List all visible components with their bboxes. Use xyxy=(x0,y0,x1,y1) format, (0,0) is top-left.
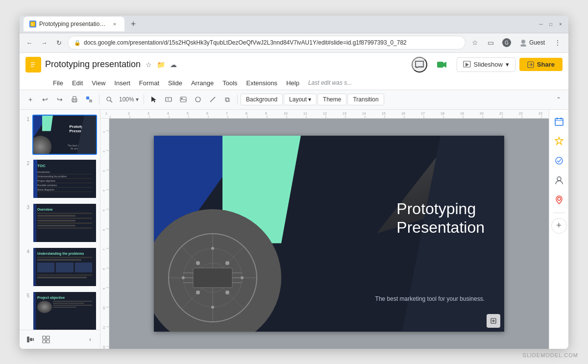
browser-toolbar-icons: ☆ ▭ G Guest ⋮ xyxy=(468,36,564,49)
svg-rect-34 xyxy=(43,340,46,343)
svg-point-124 xyxy=(225,261,229,265)
svg-rect-33 xyxy=(47,336,49,339)
menu-arrange[interactable]: Arrange xyxy=(187,77,218,89)
bookmark-icon[interactable]: ☆ xyxy=(468,36,482,49)
tab-close-button[interactable]: × xyxy=(111,20,119,28)
contacts-sidebar-icon[interactable] xyxy=(551,172,567,188)
minimize-button[interactable]: ─ xyxy=(537,20,545,28)
menu-extensions[interactable]: Extensions xyxy=(243,77,282,89)
menu-slide[interactable]: Slide xyxy=(164,77,186,89)
menu-help[interactable]: Help xyxy=(282,77,303,89)
slide-item-2[interactable]: 2 TOC Introduction Understanding the pro… xyxy=(22,158,98,200)
svg-text:16: 16 xyxy=(401,112,405,115)
tasks-sidebar-icon[interactable] xyxy=(551,153,567,169)
undo-button[interactable]: ↩ xyxy=(38,93,52,106)
browser-window: S Prototyping presentation - Goog × + ─ … xyxy=(20,16,568,349)
image-button[interactable] xyxy=(176,93,190,106)
url-bar[interactable]: 🔒 docs.google.com/presentation/d/15s2HQs… xyxy=(68,36,466,49)
svg-text:5: 5 xyxy=(187,112,189,115)
reader-icon[interactable]: ▭ xyxy=(484,36,498,49)
svg-rect-8 xyxy=(31,64,35,65)
grid-view-button[interactable] xyxy=(39,333,53,346)
zoom-button[interactable] xyxy=(102,93,116,106)
slide-item-1[interactable]: 1 PrototypingPresentation The best marke… xyxy=(22,114,98,156)
star-sidebar-icon[interactable] xyxy=(551,133,567,149)
slide-item-5[interactable]: 5 Project objective xyxy=(22,290,98,330)
transition-button[interactable]: Transition xyxy=(347,94,384,105)
svg-rect-30 xyxy=(30,338,32,341)
slide-add-button[interactable] xyxy=(487,314,500,328)
more-options-icon[interactable]: ⋮ xyxy=(551,36,564,49)
slide-thumbnail-2[interactable]: TOC Introduction Understanding the probl… xyxy=(32,159,97,199)
guest-button[interactable]: Guest xyxy=(515,38,549,48)
filmstrip-view-button[interactable] xyxy=(24,333,37,346)
restore-button[interactable]: □ xyxy=(547,20,555,28)
share-button[interactable]: Share xyxy=(519,58,563,71)
cloud-icon[interactable]: ☁ xyxy=(169,60,178,70)
slideshow-button[interactable]: Slideshow ▾ xyxy=(457,57,515,72)
slide-thumbnail-3[interactable]: Overview xyxy=(32,203,97,243)
svg-marker-22 xyxy=(151,97,156,102)
select-tool-button[interactable] xyxy=(147,93,161,106)
svg-text:3: 3 xyxy=(147,112,149,115)
address-bar-row: ← → ↻ 🔒 docs.google.com/presentation/d/1… xyxy=(20,33,568,53)
menu-tools[interactable]: Tools xyxy=(219,77,241,89)
add-addon-button[interactable]: + xyxy=(551,218,567,234)
folder-icon[interactable]: 📁 xyxy=(156,60,166,70)
panel-collapse-button[interactable]: ‹ xyxy=(84,334,96,345)
shapes-button[interactable] xyxy=(191,93,205,106)
svg-text:13: 13 xyxy=(343,112,346,115)
profile-icon[interactable]: G xyxy=(500,36,514,49)
new-tab-button[interactable]: + xyxy=(126,17,140,31)
reload-button[interactable]: ↻ xyxy=(53,37,65,49)
svg-rect-141 xyxy=(555,119,563,125)
menu-view[interactable]: View xyxy=(88,77,109,89)
text-box-button[interactable]: T xyxy=(162,93,175,106)
background-button[interactable]: Background xyxy=(241,94,283,105)
svg-text:8: 8 xyxy=(102,268,105,270)
horizontal-ruler: 1 2 3 4 5 6 7 8 9 10 11 12 13 xyxy=(100,110,549,119)
share-label: Share xyxy=(537,61,555,68)
lock-icon: 🔒 xyxy=(74,40,81,46)
svg-text:8: 8 xyxy=(245,112,247,115)
print-button[interactable] xyxy=(68,93,81,106)
more-shapes-button[interactable]: ⧉ xyxy=(220,93,234,106)
menu-file[interactable]: File xyxy=(49,77,67,89)
forward-button[interactable]: → xyxy=(38,37,50,49)
paint-format-button[interactable] xyxy=(82,93,96,106)
menu-insert[interactable]: Insert xyxy=(110,77,134,89)
svg-text:2: 2 xyxy=(102,150,105,152)
maps-sidebar-icon[interactable] xyxy=(551,192,567,208)
layout-dropdown-icon: ▾ xyxy=(308,96,311,103)
line-button[interactable] xyxy=(206,93,220,106)
theme-button[interactable]: Theme xyxy=(318,94,346,105)
star-icon[interactable]: ☆ xyxy=(145,60,153,70)
slide-thumbnail-5[interactable]: Project objective xyxy=(32,291,97,330)
meet-button[interactable] xyxy=(431,58,453,71)
svg-text:4: 4 xyxy=(102,190,105,192)
slide-subtitle: The best marketing tool for your busines… xyxy=(375,295,485,302)
close-button[interactable]: × xyxy=(557,20,564,28)
zoom-level-button[interactable]: 100% ▾ xyxy=(117,93,141,106)
slide-thumbnail-4[interactable]: Understanding the problems xyxy=(32,247,97,287)
svg-point-123 xyxy=(196,261,200,265)
canvas-with-left-ruler: 1 2 3 4 5 6 xyxy=(100,119,549,349)
slide-item-3[interactable]: 3 Overview xyxy=(22,202,98,244)
layout-label: Layout xyxy=(289,96,307,103)
svg-text:23: 23 xyxy=(539,112,542,115)
menu-format[interactable]: Format xyxy=(135,77,163,89)
comment-button[interactable] xyxy=(412,57,427,73)
insert-button[interactable]: + xyxy=(24,93,37,106)
toolbar-collapse-button[interactable]: ⌃ xyxy=(553,94,564,105)
svg-rect-32 xyxy=(43,336,46,339)
redo-button[interactable]: ↪ xyxy=(53,93,67,106)
slide-item-4[interactable]: 4 Understanding the problems xyxy=(22,246,98,288)
back-button[interactable]: ← xyxy=(24,37,35,49)
calendar-sidebar-icon[interactable] xyxy=(551,114,567,129)
slide-thumbnail-1[interactable]: PrototypingPresentation The best marketi… xyxy=(32,115,97,155)
layout-button[interactable]: Layout ▾ xyxy=(284,94,317,105)
main-slide-canvas[interactable]: PrototypingPresentation The best marketi… xyxy=(154,136,504,332)
menu-edit[interactable]: Edit xyxy=(68,77,87,89)
add-to-slide-button[interactable] xyxy=(487,314,500,328)
active-tab[interactable]: S Prototyping presentation - Goog × xyxy=(24,17,124,31)
